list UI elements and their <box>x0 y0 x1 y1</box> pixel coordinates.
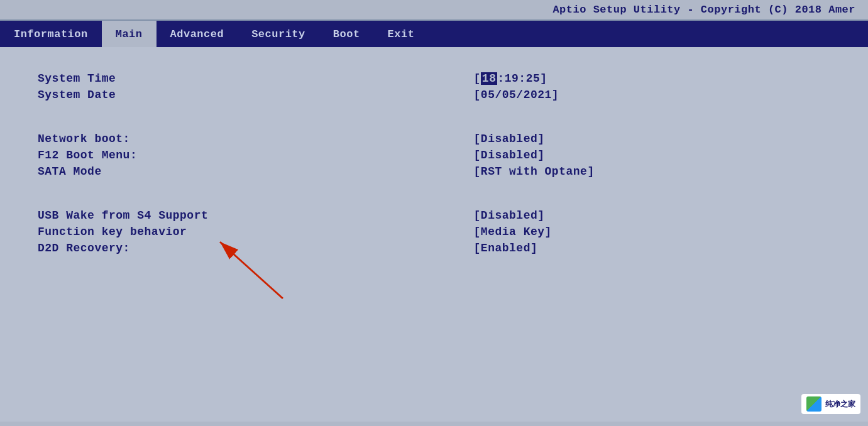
settings-table: System Time [18:19:25] System Date [05/0… <box>38 72 830 254</box>
label-function-key: Function key behavior <box>38 226 474 238</box>
row-system-time[interactable]: System Time [18:19:25] <box>38 72 830 85</box>
system-time-highlight: 18 <box>481 72 498 85</box>
content-area: System Time [18:19:25] System Date [05/0… <box>0 47 868 422</box>
menu-bar: Information Main Advanced Security Boot … <box>0 21 868 47</box>
label-system-date: System Date <box>38 89 474 101</box>
row-f12-boot-menu[interactable]: F12 Boot Menu: [Disabled] <box>38 149 830 161</box>
row-d2d-recovery[interactable]: D2D Recovery: [Enabled] <box>38 242 830 254</box>
title-bar: Aptio Setup Utility - Copyright (C) 2018… <box>0 0 868 21</box>
value-d2d-recovery: [Enabled] <box>474 242 538 254</box>
label-sata-mode: SATA Mode <box>38 165 474 178</box>
value-usb-wake: [Disabled] <box>474 209 545 222</box>
value-system-time: [18:19:25] <box>474 72 547 85</box>
row-network-boot[interactable]: Network boot: [Disabled] <box>38 133 830 145</box>
row-usb-wake[interactable]: USB Wake from S4 Support [Disabled] <box>38 209 830 222</box>
value-sata-mode: [RST with Optane] <box>474 165 595 178</box>
label-usb-wake: USB Wake from S4 Support <box>38 209 474 222</box>
menu-item-main[interactable]: Main <box>102 21 157 47</box>
menu-item-advanced[interactable]: Advanced <box>157 21 238 47</box>
value-function-key: [Media Key] <box>474 226 552 238</box>
menu-item-information[interactable]: Information <box>0 21 102 47</box>
value-f12-boot-menu: [Disabled] <box>474 149 545 161</box>
menu-item-boot[interactable]: Boot <box>319 21 374 47</box>
row-function-key[interactable]: Function key behavior [Media Key] <box>38 226 830 238</box>
menu-item-security[interactable]: Security <box>238 21 319 47</box>
watermark-text: 纯净之家 <box>825 399 855 410</box>
value-network-boot: [Disabled] <box>474 133 545 145</box>
title-text: Aptio Setup Utility - Copyright (C) 2018… <box>552 4 855 16</box>
label-system-time: System Time <box>38 72 474 85</box>
row-sata-mode[interactable]: SATA Mode [RST with Optane] <box>38 165 830 178</box>
label-d2d-recovery: D2D Recovery: <box>38 242 474 254</box>
value-system-date: [05/05/2021] <box>474 89 559 101</box>
watermark: 纯净之家 <box>801 394 860 414</box>
label-f12-boot-menu: F12 Boot Menu: <box>38 149 474 161</box>
row-system-date[interactable]: System Date [05/05/2021] <box>38 89 830 101</box>
label-network-boot: Network boot: <box>38 133 474 145</box>
menu-item-exit[interactable]: Exit <box>374 21 429 47</box>
watermark-icon <box>806 396 821 412</box>
